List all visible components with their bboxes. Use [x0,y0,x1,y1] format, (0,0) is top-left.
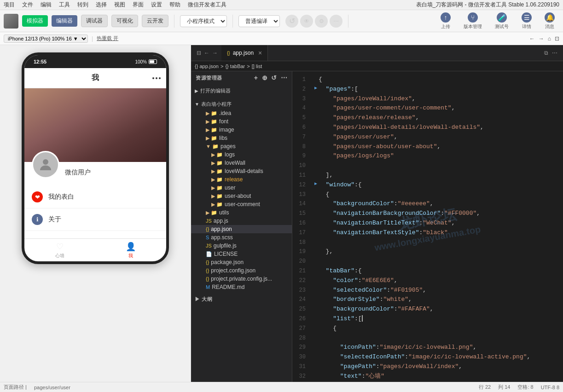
tree-item-appjson[interactable]: {} app.json [191,225,292,233]
mode-select[interactable]: 小程序模式 [180,15,227,27]
qr-nav[interactable]: ⊡ [555,35,559,42]
cloud-button[interactable]: 云开发 [142,15,168,27]
tree-label-libs: libs [219,135,227,141]
line-content: "pages/user-comment/user-comment", [319,104,563,113]
tab-user[interactable]: 👤 我 [95,239,166,261]
tree-item-lovewall[interactable]: ▶ 📁 loveWall [191,159,292,167]
line-content: "navigationBarBackgroundColor":"#FF0000"… [319,209,563,219]
tree-item-projectconfig[interactable]: {} project.config.json [191,266,292,275]
tree-item-gulpfile[interactable]: JS gulpfile.js [191,242,292,250]
tree-item-appjs[interactable]: JS app.js [191,217,292,225]
more-tabs-icon[interactable]: ⋯ [552,50,557,56]
refresh-tree-icon[interactable]: ↺ [271,74,277,81]
menu-item-about[interactable]: ℹ 关于 [24,208,166,231]
menu-item-help[interactable]: 帮助 [169,1,180,9]
tree-item-logs[interactable]: ▶ 📁 logs [191,150,292,159]
file-icon-appjs: JS [206,218,212,224]
line-number: 7 [292,133,313,142]
tree-label-release: release [225,176,243,183]
tree-item-lovewall-details[interactable]: ▶ 📁 loveWall-details [191,167,292,175]
folder-icon-logs: ▶ 📁 [211,152,223,158]
nav-forward-icon[interactable]: → [212,50,218,56]
token-punc: , [452,219,455,226]
folder-icon-libs: ▶ 📁 [206,135,217,141]
tree-item-appscss[interactable]: S app.scss [191,233,292,242]
back-nav[interactable]: ← [529,35,535,42]
preview-button[interactable]: 👁 [300,15,313,28]
phone-page: 我 [24,68,166,238]
menu-item-view[interactable]: 视图 [114,1,125,9]
line-number: 12 [292,180,313,190]
nav-back-icon[interactable]: ← [204,50,209,56]
toolbar-right: ↑ 上传 ⑂ 版本管理 🧪 测试号 ☰ 详情 🔔 消息 [436,11,559,32]
tree-label-readme: README.md [212,284,244,290]
new-folder-icon[interactable]: ⊕ [262,74,268,81]
token-key: "color" [319,277,358,284]
tree-item-libs[interactable]: ▶ 📁 libs [191,134,292,142]
tree-item-utils[interactable]: ▶ 📁 utils [191,208,292,217]
open-editors-section[interactable]: ▶ 打开的编辑器 [191,86,292,96]
code-editor[interactable]: 1{2▶ "pages":[3 "pages/loveWall/index",4… [292,71,563,382]
project-section[interactable]: ▼ 表白墙小程序 [191,99,292,109]
menu-item-edit[interactable]: 编辑 [41,1,52,9]
refresh-button[interactable]: ↺ [285,15,298,28]
tree-item-user-about[interactable]: ▶ 📁 user-about [191,192,292,200]
tree-item-projectprivate[interactable]: {} project.private.config.js... [191,275,292,283]
line-content: }, [319,247,563,257]
split-editor-icon[interactable]: ⧉ [544,50,548,56]
tab-close-icon[interactable]: × [258,49,262,57]
collapse-all-icon[interactable]: ⊟ [197,50,201,56]
menu-item-project[interactable]: 项目 [4,1,15,9]
user-tab-label: 我 [128,253,133,259]
tree-item-user-comment[interactable]: ▶ 📁 user-comment [191,200,292,208]
more-button[interactable]: ⋯ [330,15,342,28]
version-button[interactable]: ⑂ 版本管理 [459,11,487,32]
line-number: 13 [292,190,313,199]
menu-item-select[interactable]: 选择 [96,1,107,9]
test-button[interactable]: 🧪 测试号 [490,11,513,32]
menu-item-devtools[interactable]: 微信开发者工具 [188,1,226,9]
message-button[interactable]: 🔔 消息 [540,11,559,32]
status-spaces: 空格: 8 [517,384,533,391]
tree-item-release[interactable]: ▶ 📁 release [191,175,292,184]
tree-item-readme[interactable]: M README.md [191,283,292,291]
tree-item-font[interactable]: ▶ 📁 font [191,117,292,126]
breadcrumb-sep-1: > [221,63,223,69]
new-file-icon[interactable]: + [254,74,258,81]
menu-item-settings[interactable]: 设置 [151,1,162,9]
upload-button[interactable]: ↑ 上传 [436,11,455,32]
menu-item-file[interactable]: 文件 [22,1,33,9]
line-content: "pages/logs/logs" [319,151,563,161]
simulator-button[interactable]: 模拟器 [22,15,48,27]
menu-label-about: 关于 [48,215,61,224]
menu-item-tools[interactable]: 工具 [59,1,70,9]
tree-item-pages[interactable]: ▼ 📁 pages [191,142,292,150]
tree-item-packagejson[interactable]: {} package.json [191,258,292,266]
home-nav[interactable]: ⌂ [548,35,551,42]
tree-item-image[interactable]: ▶ 📁 image [191,126,292,134]
menu-item-lovewl[interactable]: ❤ 我的表白 [24,186,166,208]
phone-time: 12:55 [34,59,46,64]
menu-item-goto[interactable]: 转到 [77,1,88,9]
settings-button[interactable]: ⚙ [315,15,328,28]
menu-item-interface[interactable]: 界面 [133,1,144,9]
tree-item-license[interactable]: 📄 LICENSE [191,250,292,258]
hotreload-btn[interactable]: 热重载 开 [97,35,118,42]
token-punc: , [459,363,462,370]
token-punc: , [423,287,426,294]
detail-button[interactable]: ☰ 详情 [517,11,536,32]
forward-nav[interactable]: → [539,35,544,42]
visualize-button[interactable]: 可视化 [111,15,138,27]
editor-button[interactable]: 编辑器 [52,15,77,27]
debugger-button[interactable]: 调试器 [81,15,108,27]
device-model-select[interactable]: iPhone 12/13 (Pro) 100% 16 ▼ [4,35,88,43]
tree-item-idea[interactable]: ▶ 📁 .idea [191,109,292,117]
line-number: 4 [292,104,313,113]
collapse-tree-icon[interactable]: ⋯ [281,74,288,81]
tree-item-user[interactable]: ▶ 📁 user [191,184,292,192]
tab-app-json[interactable]: {} app.json × [221,45,268,61]
line-content: "window":{ [319,180,563,190]
tab-lovewall[interactable]: ♡ 心墙 [24,239,95,261]
compile-select[interactable]: 普通编译 [238,15,280,27]
token-key: "selectedIconPath" [319,353,405,360]
